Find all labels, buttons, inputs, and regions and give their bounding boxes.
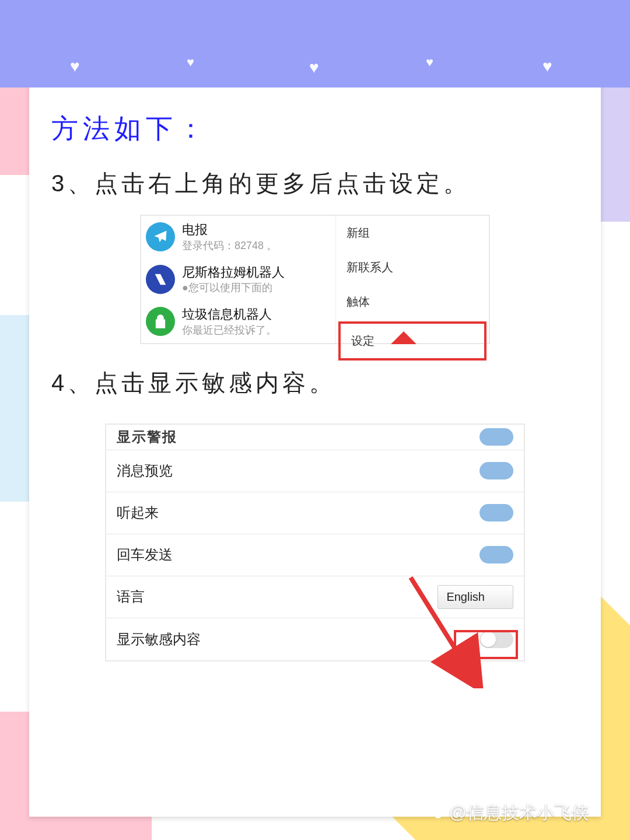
toggle-enter-send[interactable] — [480, 546, 513, 564]
chat-subtitle: ●您可以使用下面的 — [182, 281, 285, 295]
notebook-page: 方法如下： 3、点击右上角的更多后点击设定。 电报 登录代码：82748 。 尼… — [29, 76, 601, 817]
toggle-sound[interactable] — [480, 504, 513, 522]
chat-item[interactable]: 电报 登录代码：82748 。 — [141, 216, 335, 258]
menu-new-group[interactable]: 新组 — [336, 216, 489, 250]
highlight-arrow-icon — [391, 331, 416, 344]
heart-icon: ♥ — [542, 57, 552, 76]
svg-point-3 — [439, 809, 442, 812]
settings-label: 听起来 — [117, 503, 159, 522]
chat-item[interactable]: 垃圾信息机器人 你最近已经投诉了。 — [141, 300, 335, 343]
settings-row-sound: 听起来 — [106, 492, 524, 534]
toggle-alerts[interactable] — [480, 428, 513, 446]
watermark: @信息技术小飞侠 — [430, 801, 589, 825]
telegram-icon — [146, 222, 175, 251]
settings-label: 显示敏感内容 — [117, 630, 201, 649]
notebook-binding: ♥ ♥ ♥ ♥ ♥ — [0, 0, 630, 88]
screenshot-settings: 显示警报 消息预览 听起来 回车发送 语言 English 显示敏感内容 — [105, 424, 525, 662]
chat-title: 尼斯格拉姆机器人 — [182, 264, 285, 281]
settings-label: 消息预览 — [117, 461, 173, 480]
screenshot-chat-menu: 电报 登录代码：82748 。 尼斯格拉姆机器人 ●您可以使用下面的 垃圾信 — [140, 215, 490, 344]
toggle-preview[interactable] — [480, 462, 513, 480]
paw-icon — [430, 806, 446, 821]
step-4-text: 4、点击显示敏感内容。 — [51, 365, 579, 400]
chat-subtitle: 登录代码：82748 。 — [182, 239, 277, 253]
step-3-text: 3、点击右上角的更多后点击设定。 — [51, 166, 579, 201]
menu-new-contact[interactable]: 新联系人 — [336, 250, 489, 285]
svg-point-2 — [436, 807, 439, 810]
heart-icon: ♥ — [70, 57, 80, 76]
highlight-box-icon — [454, 630, 518, 659]
menu-contacts[interactable]: 触体 — [336, 285, 489, 319]
heart-icon: ♥ — [187, 55, 194, 70]
svg-point-1 — [433, 809, 436, 812]
heart-icon: ♥ — [426, 55, 433, 70]
chat-title: 电报 — [182, 222, 277, 239]
settings-row-language: 语言 English — [106, 576, 524, 618]
language-dropdown[interactable]: English — [438, 585, 513, 609]
settings-label: 回车发送 — [117, 545, 173, 564]
chat-title: 垃圾信息机器人 — [182, 306, 276, 323]
chat-item[interactable]: 尼斯格拉姆机器人 ●您可以使用下面的 — [141, 258, 335, 301]
watermark-text: @信息技术小飞侠 — [449, 801, 589, 825]
bot-icon — [146, 265, 175, 294]
settings-row-alerts: 显示警报 — [106, 425, 524, 450]
heart-icon: ♥ — [309, 58, 319, 77]
svg-point-4 — [435, 813, 441, 818]
page-title: 方法如下： — [51, 111, 579, 147]
settings-label: 显示警报 — [117, 428, 177, 446]
dropdown-menu: 新组 新联系人 触体 设定 — [336, 216, 489, 343]
settings-row-enter-send: 回车发送 — [106, 534, 524, 576]
settings-row-preview: 消息预览 — [106, 450, 524, 492]
spam-bot-icon — [146, 307, 175, 336]
settings-label: 语言 — [117, 587, 145, 606]
chat-subtitle: 你最近已经投诉了。 — [182, 323, 276, 337]
